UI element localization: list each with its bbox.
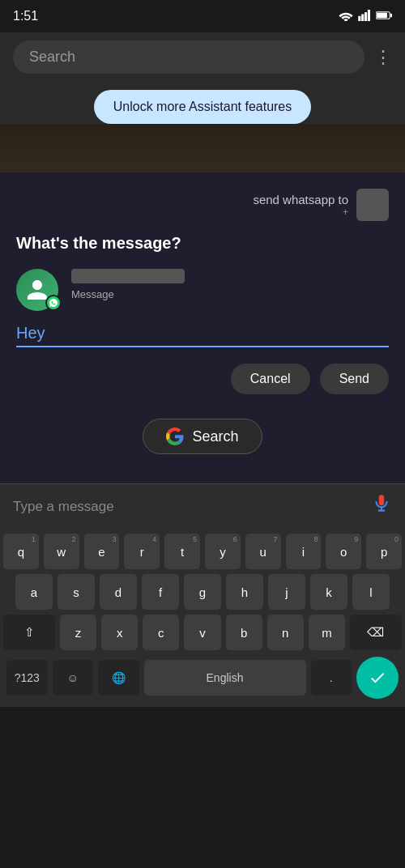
message-type-bar[interactable]: Type a message bbox=[0, 483, 405, 529]
key-t[interactable]: 5t bbox=[164, 534, 200, 569]
key-g[interactable]: g bbox=[184, 574, 221, 610]
message-type-placeholder[interactable]: Type a message bbox=[13, 499, 371, 515]
status-bar: 1:51 bbox=[0, 0, 405, 32]
key-shift[interactable]: ⇧ bbox=[3, 615, 55, 650]
key-space[interactable]: English bbox=[144, 660, 306, 696]
mic-svg bbox=[371, 493, 392, 514]
key-l[interactable]: l bbox=[352, 574, 390, 610]
status-time: 1:51 bbox=[13, 9, 38, 23]
svg-rect-3 bbox=[368, 10, 370, 21]
question-label: What's the message? bbox=[16, 234, 389, 253]
contact-info: Message bbox=[71, 269, 185, 300]
checkmark-icon bbox=[369, 669, 386, 687]
battery-icon bbox=[376, 11, 392, 23]
key-z[interactable]: z bbox=[60, 615, 96, 650]
message-text-value[interactable]: Hey bbox=[16, 324, 389, 347]
key-d[interactable]: d bbox=[100, 574, 137, 610]
contact-icon-wrap bbox=[16, 269, 58, 311]
send-to-info: send whatsapp to + bbox=[253, 193, 348, 218]
cancel-button[interactable]: Cancel bbox=[231, 364, 310, 394]
assistant-panel: send whatsapp to + What's the message? M… bbox=[0, 172, 405, 483]
background-image-area bbox=[0, 124, 405, 172]
status-icons bbox=[339, 10, 392, 23]
svg-rect-1 bbox=[361, 14, 364, 21]
contact-label: Message bbox=[71, 288, 185, 300]
unlock-banner-container: Unlock more Assistant features bbox=[0, 82, 405, 124]
key-p[interactable]: 0p bbox=[366, 534, 402, 569]
key-u[interactable]: 7u bbox=[245, 534, 281, 569]
keyboard-bottom-row: ?123 ☺ 🌐 English . bbox=[3, 655, 402, 704]
svg-rect-0 bbox=[358, 15, 360, 20]
key-numbers[interactable]: ?123 bbox=[6, 660, 48, 696]
keyboard: 1q 2w 3e 4r 5t 6y 7u 8i 9o 0p a s d f g … bbox=[0, 529, 405, 707]
contact-avatar-thumbnail bbox=[356, 189, 389, 221]
signal-icon bbox=[358, 10, 371, 23]
search-bar-area: Search ⋮ bbox=[0, 32, 405, 82]
key-h[interactable]: h bbox=[226, 574, 263, 610]
key-globe[interactable]: 🌐 bbox=[98, 660, 139, 696]
google-search-button[interactable]: Search bbox=[143, 419, 262, 454]
send-to-text: send whatsapp to bbox=[253, 193, 348, 206]
contact-name-blurred bbox=[71, 269, 185, 283]
key-n[interactable]: n bbox=[267, 615, 304, 650]
wifi-icon bbox=[339, 10, 353, 23]
key-e[interactable]: 3e bbox=[84, 534, 120, 569]
background-hands bbox=[0, 124, 405, 172]
key-q[interactable]: 1q bbox=[3, 534, 39, 569]
key-y[interactable]: 6y bbox=[205, 534, 241, 569]
key-period[interactable]: . bbox=[311, 660, 352, 696]
whatsapp-badge bbox=[45, 295, 62, 311]
key-m[interactable]: m bbox=[309, 615, 345, 650]
more-options-icon[interactable]: ⋮ bbox=[364, 47, 392, 68]
key-k[interactable]: k bbox=[310, 574, 347, 610]
key-enter[interactable] bbox=[356, 657, 399, 699]
key-b[interactable]: b bbox=[226, 615, 262, 650]
key-v[interactable]: v bbox=[184, 615, 220, 650]
unlock-banner[interactable]: Unlock more Assistant features bbox=[94, 90, 312, 124]
key-f[interactable]: f bbox=[142, 574, 179, 610]
whatsapp-icon bbox=[49, 298, 58, 308]
key-emoji[interactable]: ☺ bbox=[53, 660, 94, 696]
key-x[interactable]: x bbox=[101, 615, 138, 650]
microphone-icon[interactable] bbox=[371, 493, 392, 520]
key-c[interactable]: c bbox=[143, 615, 179, 650]
action-buttons: Cancel Send bbox=[16, 364, 389, 394]
key-i[interactable]: 8i bbox=[286, 534, 322, 569]
keyboard-row-2: a s d f g h j k l bbox=[3, 574, 402, 610]
message-input-area[interactable]: Hey bbox=[16, 324, 389, 347]
key-s[interactable]: s bbox=[58, 574, 95, 610]
svg-rect-6 bbox=[390, 13, 392, 16]
keyboard-row-3: ⇧ z x c v b n m ⌫ bbox=[3, 615, 402, 650]
key-j[interactable]: j bbox=[268, 574, 305, 610]
key-backspace[interactable]: ⌫ bbox=[350, 615, 402, 650]
contact-card: Message bbox=[16, 269, 389, 311]
svg-rect-5 bbox=[377, 12, 387, 17]
send-button[interactable]: Send bbox=[320, 364, 389, 394]
send-to-number: + bbox=[253, 206, 348, 218]
key-o[interactable]: 9o bbox=[326, 534, 361, 569]
key-a[interactable]: a bbox=[15, 574, 53, 610]
google-search-label: Search bbox=[192, 428, 238, 445]
keyboard-row-1: 1q 2w 3e 4r 5t 6y 7u 8i 9o 0p bbox=[3, 534, 402, 569]
key-r[interactable]: 4r bbox=[124, 534, 160, 569]
send-to-row: send whatsapp to + bbox=[16, 189, 389, 221]
svg-rect-2 bbox=[364, 12, 367, 21]
search-bar[interactable]: Search bbox=[13, 40, 364, 74]
google-search-container: Search bbox=[16, 411, 389, 470]
google-g-icon bbox=[166, 428, 184, 445]
key-w[interactable]: 2w bbox=[44, 534, 79, 569]
